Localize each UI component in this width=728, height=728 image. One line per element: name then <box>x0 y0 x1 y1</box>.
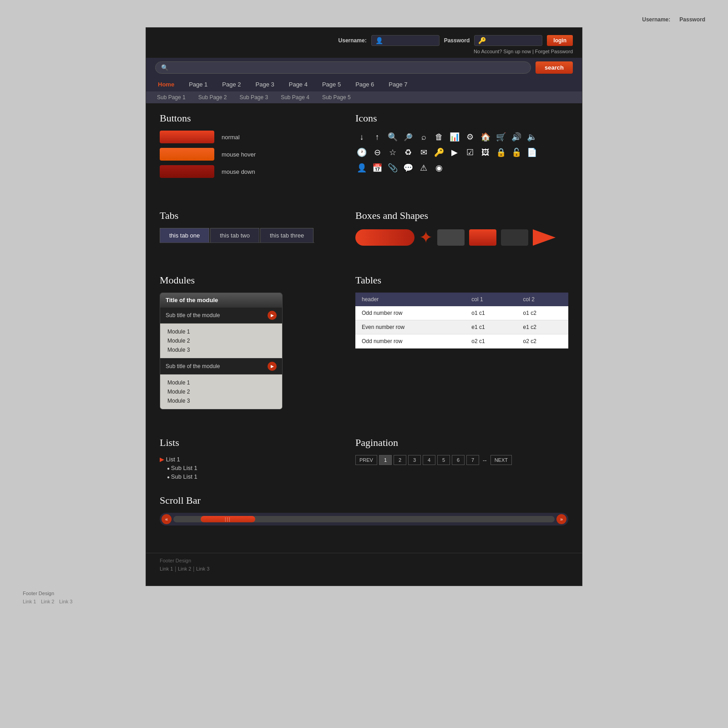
footer-separator: | <box>193 565 196 572</box>
pagination-next[interactable]: NEXT <box>490 455 512 465</box>
pagination-title: Pagination <box>355 437 568 449</box>
footer-links: Link 1 | Link 2 | Link 3 <box>160 565 568 572</box>
table-cell: o2 c1 <box>465 334 516 349</box>
nav-item-page4[interactable]: Page 4 <box>282 77 315 91</box>
nav-item-page3[interactable]: Page 3 <box>248 77 282 91</box>
chart-icon: 📊 <box>448 131 461 143</box>
table-row: Odd number row o1 c1 o1 c2 <box>355 306 568 320</box>
table-header-main: header <box>355 293 465 306</box>
tab-one[interactable]: this tab one <box>160 228 209 243</box>
volume-low-icon: 🔈 <box>526 131 538 143</box>
key-icon: 🔑 <box>433 146 445 159</box>
password-input[interactable] <box>488 37 538 44</box>
module-list-item: Module 3 <box>167 396 275 405</box>
image-icon: 🖼 <box>479 146 492 159</box>
login-button[interactable]: login <box>547 35 573 46</box>
icons-grid: ↓ ↑ 🔍 🔎 ⌕ 🗑 📊 ⚙ 🏠 🛒 🔊 🔈 🕐 ⊖ <box>355 131 546 174</box>
module-play-button-1[interactable]: ▶ <box>268 311 277 320</box>
outer-footer-link-3[interactable]: Link 3 <box>59 599 72 604</box>
password-label: Password <box>444 37 470 44</box>
sub-nav-item-5[interactable]: Sub Page 5 <box>316 91 357 103</box>
pagination-page-6[interactable]: 6 <box>452 455 465 465</box>
shape-pill <box>355 229 415 246</box>
button-normal-row: normal <box>160 131 337 143</box>
shapes-row: ✦ <box>355 228 568 247</box>
gear-icon: ⚙ <box>464 131 476 143</box>
footer-link-1[interactable]: Link 1 <box>160 566 173 571</box>
trash-icon: 🗑 <box>433 131 445 143</box>
sub-nav-item-1[interactable]: Sub Page 1 <box>151 91 192 103</box>
username-label: Username: <box>339 37 367 44</box>
calendar-icon: 📅 <box>371 162 384 174</box>
scroll-thumb[interactable]: ||| <box>201 516 255 522</box>
tabs-bar: this tab one this tab two this tab three <box>160 228 314 243</box>
nav-item-home[interactable]: Home <box>151 77 182 91</box>
module-list-item: Module 2 <box>167 336 275 345</box>
tab-three[interactable]: this tab three <box>260 228 313 243</box>
data-table: header col 1 col 2 Odd number row o1 c1 … <box>355 293 568 349</box>
search-button[interactable]: search <box>536 61 573 74</box>
password-field-wrap: 🔑 <box>474 35 542 46</box>
username-field-wrap: 👤 <box>371 35 440 46</box>
table-cell: o1 c1 <box>465 306 516 320</box>
shape-rect-darker <box>501 229 528 246</box>
search-input[interactable] <box>172 64 525 71</box>
pagination-page-5[interactable]: 5 <box>437 455 450 465</box>
nav-item-page7[interactable]: Page 7 <box>381 77 415 91</box>
top-username-label: Username: <box>642 16 670 23</box>
sub-nav-item-4[interactable]: Sub Page 4 <box>274 91 316 103</box>
nav-item-page6[interactable]: Page 6 <box>348 77 381 91</box>
pagination-page-2[interactable]: 2 <box>394 455 406 465</box>
table-cell: e1 c1 <box>465 320 516 334</box>
lock-icon: 🔑 <box>478 37 486 44</box>
nav-item-page2[interactable]: Page 2 <box>215 77 248 91</box>
outer-footer-link-1[interactable]: Link 1 <box>23 599 36 604</box>
button-hover-row: mouse hover <box>160 148 337 161</box>
table-cell: o1 c2 <box>517 306 568 320</box>
scrollbar-title: Scroll Bar <box>160 495 568 506</box>
module-box: Title of the module Sub title of the mod… <box>160 293 283 410</box>
chat-icon: 💬 <box>402 162 415 174</box>
minus-circle-icon: ⊖ <box>371 146 384 159</box>
tab-two[interactable]: this tab two <box>210 228 259 243</box>
tabs-title: Tabs <box>160 210 337 222</box>
scroll-left-button[interactable]: « <box>162 514 172 524</box>
module-list-1: Module 1 Module 2 Module 3 <box>160 324 282 358</box>
scroll-right-button[interactable]: » <box>556 514 566 524</box>
module-list-item: Module 2 <box>167 387 275 396</box>
table-header-col1: col 1 <box>465 293 516 306</box>
pagination-page-3[interactable]: 3 <box>408 455 421 465</box>
button-hover[interactable] <box>160 148 214 161</box>
module-list-item: Module 3 <box>167 345 275 354</box>
module-subtitle-text-2: Sub title of the module <box>166 363 220 369</box>
lock-open-icon: 🔓 <box>510 146 523 159</box>
username-input[interactable] <box>385 37 435 44</box>
shape-arrow <box>533 229 556 246</box>
footer-link-3[interactable]: Link 3 <box>196 566 209 571</box>
table-row: Even number row e1 c1 e1 c2 <box>355 320 568 334</box>
outer-footer-link-2[interactable]: Link 2 <box>41 599 54 604</box>
lock-closed-icon: 🔒 <box>495 146 507 159</box>
button-down[interactable] <box>160 165 214 178</box>
module-list-item: Module 1 <box>167 378 275 387</box>
scroll-grip: ||| <box>225 517 231 522</box>
checkbox-icon: ☑ <box>464 146 476 159</box>
list-items: List 1 Sub List 1 Sub List 1 <box>160 455 337 481</box>
nav-item-page1[interactable]: Page 1 <box>182 77 215 91</box>
sub-nav-item-2[interactable]: Sub Page 2 <box>192 91 233 103</box>
button-down-label: mouse down <box>222 168 255 175</box>
footer-link-2[interactable]: Link 2 <box>178 566 191 571</box>
outer-footer-links: Link 1 | Link 2 | Link 3 <box>23 598 705 605</box>
search-bar: 🔍 search <box>146 58 582 77</box>
table-cell: e1 c2 <box>517 320 568 334</box>
pagination-prev[interactable]: PREV <box>355 455 377 465</box>
sub-nav-item-3[interactable]: Sub Page 3 <box>233 91 274 103</box>
document-icon: 📄 <box>526 146 538 159</box>
pagination-page-4[interactable]: 4 <box>423 455 435 465</box>
button-normal[interactable] <box>160 131 214 143</box>
table-row: Odd number row o2 c1 o2 c2 <box>355 334 568 349</box>
pagination-page-1[interactable]: 1 <box>379 455 392 465</box>
nav-item-page5[interactable]: Page 5 <box>315 77 348 91</box>
pagination-page-7[interactable]: 7 <box>466 455 479 465</box>
module-play-button-2[interactable]: ▶ <box>268 362 277 371</box>
